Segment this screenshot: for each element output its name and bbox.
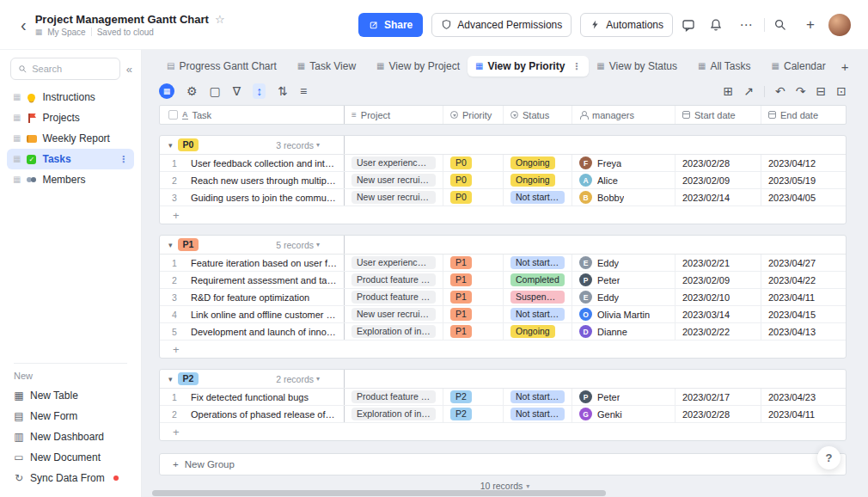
- table-row[interactable]: 1Fix detected functional bugs Product fe…: [160, 389, 846, 406]
- record-count[interactable]: 5 records▾: [276, 240, 337, 250]
- collapse-group-icon[interactable]: ▾: [168, 241, 173, 249]
- column-header-task[interactable]: Task: [160, 106, 345, 124]
- table-icon: [13, 390, 25, 401]
- avatar: G: [579, 408, 592, 420]
- row-number: 3: [172, 292, 184, 303]
- table-row[interactable]: 5Development and launch of innovative ..…: [160, 323, 846, 341]
- search-icon[interactable]: [773, 18, 792, 31]
- add-record-button[interactable]: [160, 341, 846, 358]
- filter-icon[interactable]: [233, 85, 241, 97]
- end-date: 2023/04/23: [768, 392, 816, 402]
- redo-icon[interactable]: [796, 85, 806, 97]
- table-row[interactable]: 4Link online and offline customer experi…: [160, 306, 846, 323]
- group-header[interactable]: ▾ P2 2 records▾: [160, 370, 846, 389]
- back-chevron-icon[interactable]: ‹: [21, 16, 27, 34]
- sidebar-item-members[interactable]: Members: [7, 169, 134, 190]
- project-chip: Product feature opti...: [351, 291, 436, 304]
- tab-task-view[interactable]: Task View: [290, 56, 364, 77]
- new-form-button[interactable]: New Form: [7, 406, 134, 426]
- bell-icon[interactable]: [709, 18, 728, 32]
- card-view-icon[interactable]: [210, 85, 221, 97]
- view-switcher-icon[interactable]: [159, 83, 174, 99]
- column-header-status[interactable]: Status: [504, 106, 572, 124]
- sidebar-item-projects[interactable]: Projects: [7, 107, 134, 128]
- group-header[interactable]: ▾ P0 3 records▾: [160, 136, 846, 155]
- table-row[interactable]: 3R&D for feature optimization Product fe…: [160, 289, 846, 306]
- search-input[interactable]: [32, 64, 113, 74]
- start-date: 2023/02/28: [682, 158, 730, 169]
- user-avatar[interactable]: [828, 14, 851, 36]
- new-dashboard-button[interactable]: New Dashboard: [7, 426, 134, 447]
- add-record-button[interactable]: [160, 423, 846, 440]
- priority-chip: P0: [450, 156, 472, 169]
- column-header-start-date[interactable]: Start date: [675, 106, 761, 124]
- tab-all-tasks[interactable]: All Tasks: [690, 56, 759, 77]
- record-count[interactable]: 3 records▾: [276, 140, 337, 150]
- share-out-icon[interactable]: [743, 85, 754, 97]
- manager-name: Peter: [597, 392, 620, 402]
- sync-data-button[interactable]: Sync Data From: [7, 468, 134, 488]
- tab-progress-gantt-chart[interactable]: Progress Gantt Chart: [159, 56, 284, 77]
- plus-icon: [173, 343, 180, 356]
- sidebar-item-weekly-report[interactable]: Weekly Report: [7, 128, 134, 149]
- column-header-managers[interactable]: managers: [572, 106, 675, 124]
- tab-calendar[interactable]: Calendar: [764, 56, 834, 77]
- star-icon[interactable]: ☆: [215, 14, 225, 25]
- tab-view-by-project[interactable]: View by Project: [369, 56, 468, 77]
- item-more-icon[interactable]: ⋮: [119, 154, 128, 165]
- collapse-sidebar-icon[interactable]: «: [126, 63, 132, 76]
- table-row[interactable]: 1Feature iteration based on user feedba.…: [160, 255, 846, 272]
- sidebar-item-instructions[interactable]: Instructions: [7, 87, 134, 107]
- table-row[interactable]: 2Requirement assessment and task sub... …: [160, 272, 846, 289]
- tab-view-by-status[interactable]: View by Status: [589, 56, 685, 77]
- collapse-group-icon[interactable]: ▾: [168, 375, 173, 383]
- new-table-button[interactable]: New Table: [7, 385, 134, 406]
- sidebar-item-tasks[interactable]: Tasks ⋮: [7, 149, 134, 169]
- status-chip: Suspended: [510, 291, 565, 304]
- table-row[interactable]: 3Guiding users to join the community New…: [160, 189, 846, 206]
- table-row[interactable]: 1User feedback collection and integratio…: [160, 155, 846, 172]
- column-header-priority[interactable]: Priority: [443, 106, 504, 124]
- breadcrumb-space[interactable]: My Space: [47, 28, 85, 37]
- record-count[interactable]: 2 records▾: [276, 374, 337, 384]
- sort-icon[interactable]: [278, 85, 288, 97]
- row-height-icon[interactable]: [253, 83, 266, 99]
- group-icon[interactable]: [300, 85, 307, 97]
- group-header[interactable]: ▾ P1 5 records▾: [160, 236, 846, 255]
- advanced-permissions-button[interactable]: Advanced Permissions: [431, 13, 572, 37]
- divider: [91, 28, 92, 36]
- horizontal-scrollbar[interactable]: [152, 490, 606, 496]
- bulb-emoji-icon: [26, 92, 37, 103]
- collapse-group-icon[interactable]: ▾: [168, 141, 173, 150]
- collapse-rows-icon[interactable]: [816, 85, 827, 97]
- status-chip: Completed: [510, 273, 565, 286]
- new-document-button[interactable]: New Document: [7, 447, 134, 468]
- select-all-checkbox[interactable]: [168, 110, 178, 120]
- grid-view-icon: [698, 62, 706, 71]
- add-record-button[interactable]: [160, 206, 846, 224]
- more-icon[interactable]: ⋯: [737, 18, 755, 31]
- start-date: 2023/02/09: [682, 175, 730, 186]
- fullscreen-icon[interactable]: [836, 85, 847, 97]
- column-header-project[interactable]: Project: [345, 106, 443, 124]
- tab-more-icon[interactable]: ⋮: [572, 61, 581, 72]
- tab-view-by-priority[interactable]: View by Priority⋮: [468, 56, 589, 77]
- table-row[interactable]: 2Reach new users through multiple cha...…: [160, 172, 846, 189]
- add-view-button[interactable]: +: [834, 59, 857, 74]
- undo-icon[interactable]: [775, 85, 785, 97]
- sidebar-search[interactable]: [10, 58, 120, 80]
- start-date: 2023/02/14: [682, 193, 730, 203]
- settings-gear-icon[interactable]: [186, 85, 198, 97]
- task-title: Fix detected functional bugs: [191, 392, 309, 402]
- share-button[interactable]: Share: [358, 13, 423, 37]
- help-button[interactable]: ?: [817, 446, 840, 469]
- widget-icon[interactable]: [724, 85, 734, 97]
- new-group-button[interactable]: New Group: [159, 453, 847, 476]
- avatar: P: [579, 273, 592, 286]
- automations-button[interactable]: Automations: [580, 13, 673, 37]
- column-header-end-date[interactable]: End date: [761, 106, 846, 124]
- table-row[interactable]: 2Operations of phased release of new f..…: [160, 406, 846, 423]
- plus-icon[interactable]: +: [801, 17, 820, 32]
- comment-icon[interactable]: [682, 18, 700, 32]
- page-title[interactable]: Project Management Gantt Chart: [35, 13, 209, 26]
